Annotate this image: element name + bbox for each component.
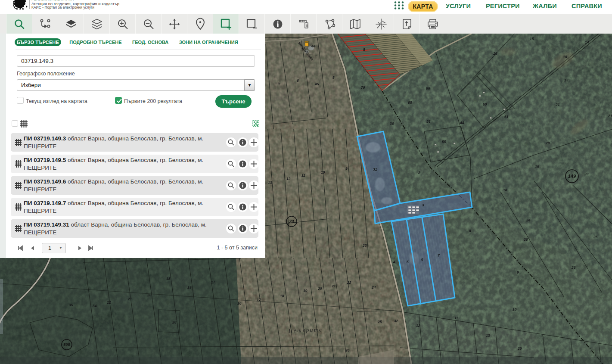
svg-text:68: 68 bbox=[408, 100, 412, 105]
svg-text:20: 20 bbox=[147, 293, 152, 297]
svg-text:79: 79 bbox=[361, 85, 365, 90]
svg-text:808: 808 bbox=[63, 342, 70, 347]
svg-text:Пещерите: Пещерите bbox=[288, 326, 323, 334]
svg-text:16: 16 bbox=[493, 51, 497, 56]
svg-text:19: 19 bbox=[303, 289, 308, 293]
svg-text:19: 19 bbox=[535, 165, 539, 169]
svg-text:25: 25 bbox=[593, 235, 598, 239]
svg-text:5: 5 bbox=[407, 260, 409, 264]
svg-text:18: 18 bbox=[280, 294, 284, 298]
svg-text:11: 11 bbox=[301, 173, 305, 177]
svg-text:26: 26 bbox=[571, 265, 576, 270]
svg-text:34: 34 bbox=[93, 304, 97, 308]
svg-text:8: 8 bbox=[469, 229, 471, 233]
svg-text:19: 19 bbox=[187, 285, 192, 289]
svg-text:12: 12 bbox=[416, 324, 420, 328]
svg-text:44: 44 bbox=[460, 121, 464, 125]
svg-text:18: 18 bbox=[503, 188, 507, 192]
svg-text:9: 9 bbox=[517, 270, 519, 274]
svg-text:33: 33 bbox=[289, 219, 294, 224]
svg-text:44: 44 bbox=[311, 44, 316, 48]
svg-text:17: 17 bbox=[211, 280, 216, 284]
svg-text:13: 13 bbox=[564, 78, 569, 82]
svg-text:6: 6 bbox=[421, 257, 423, 261]
svg-text:21: 21 bbox=[608, 114, 612, 118]
svg-text:31: 31 bbox=[373, 167, 377, 171]
svg-text:36: 36 bbox=[390, 121, 394, 126]
svg-text:16: 16 bbox=[237, 301, 242, 305]
svg-text:5: 5 bbox=[278, 81, 280, 85]
svg-text:25: 25 bbox=[377, 320, 382, 324]
svg-text:20: 20 bbox=[317, 286, 322, 291]
svg-text:3: 3 bbox=[422, 203, 424, 207]
svg-text:32: 32 bbox=[394, 319, 398, 323]
svg-text:20: 20 bbox=[545, 141, 550, 145]
svg-text:8: 8 bbox=[363, 47, 365, 52]
svg-text:18: 18 bbox=[166, 277, 171, 281]
svg-text:24: 24 bbox=[526, 218, 531, 222]
svg-text:21: 21 bbox=[127, 297, 132, 301]
svg-text:66: 66 bbox=[426, 86, 430, 90]
svg-text:22: 22 bbox=[347, 280, 351, 285]
svg-text:55: 55 bbox=[442, 140, 446, 144]
svg-text:6: 6 bbox=[297, 78, 299, 83]
svg-text:20: 20 bbox=[517, 346, 522, 351]
svg-text:4: 4 bbox=[393, 260, 395, 264]
svg-text:2: 2 bbox=[418, 171, 420, 175]
svg-text:21: 21 bbox=[331, 284, 336, 288]
svg-text:13: 13 bbox=[486, 333, 490, 338]
svg-text:11: 11 bbox=[454, 316, 458, 320]
svg-text:23: 23 bbox=[362, 243, 367, 248]
svg-text:26: 26 bbox=[345, 348, 350, 352]
svg-text:58: 58 bbox=[426, 119, 431, 124]
svg-text:149: 149 bbox=[568, 174, 576, 179]
svg-text:21: 21 bbox=[555, 103, 560, 107]
svg-text:15: 15 bbox=[530, 37, 534, 41]
svg-text:61: 61 bbox=[504, 115, 509, 119]
svg-text:10: 10 bbox=[321, 170, 325, 174]
svg-text:60: 60 bbox=[483, 102, 487, 106]
svg-text:24: 24 bbox=[371, 285, 376, 289]
svg-text:14: 14 bbox=[585, 40, 589, 44]
svg-text:22: 22 bbox=[106, 300, 111, 305]
svg-text:13: 13 bbox=[268, 180, 272, 185]
svg-text:45: 45 bbox=[314, 82, 319, 86]
svg-text:28: 28 bbox=[172, 320, 177, 324]
svg-text:18: 18 bbox=[563, 55, 567, 59]
svg-text:10: 10 bbox=[513, 307, 517, 311]
svg-text:9: 9 bbox=[345, 166, 348, 171]
svg-text:12: 12 bbox=[286, 177, 291, 181]
svg-text:17: 17 bbox=[257, 298, 261, 302]
svg-text:35: 35 bbox=[69, 303, 73, 307]
svg-text:26: 26 bbox=[523, 237, 528, 242]
svg-text:20: 20 bbox=[584, 172, 589, 176]
svg-text:8: 8 bbox=[332, 75, 335, 80]
